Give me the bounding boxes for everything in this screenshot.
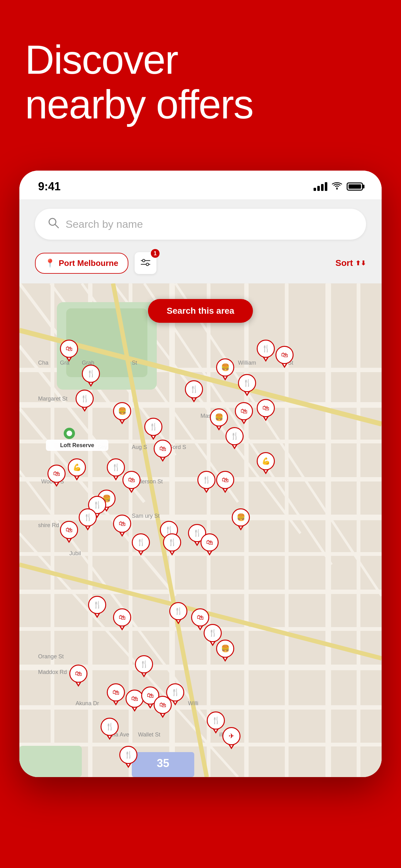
map-pin[interactable]: 🛍 <box>235 402 253 424</box>
pin-body: 🛍 <box>47 465 66 483</box>
battery-icon <box>347 183 363 191</box>
signal-bar-1 <box>313 188 316 191</box>
cutlery-icon: 🍴 <box>165 526 173 534</box>
map-area[interactable]: 35 Cha Gra Grah St William St Margaret S… <box>20 283 381 777</box>
svg-text:Jubil: Jubil <box>69 550 81 556</box>
shopping-bag-icon: 🛍 <box>281 351 288 359</box>
sort-label: Sort <box>335 258 353 268</box>
map-pin[interactable]: ✈ <box>222 727 240 749</box>
svg-text:Willi: Willi <box>188 700 198 707</box>
map-pin[interactable]: 🛍 <box>257 399 275 421</box>
sort-arrow-icon: ⬆⬇ <box>356 259 366 267</box>
svg-text:shire Rd: shire Rd <box>38 522 59 528</box>
map-pin[interactable]: 🛍 <box>201 533 219 556</box>
pin-body: 🍔 <box>232 508 250 526</box>
map-pin[interactable]: 🛍 <box>216 471 234 493</box>
map-pin[interactable]: 🍴 <box>169 602 188 624</box>
pin-body: 🍴 <box>204 624 222 642</box>
location-chip[interactable]: 📍 Port Melbourne <box>35 253 128 274</box>
map-pin[interactable]: 🍴 <box>119 746 137 768</box>
pin-body: 🍴 <box>207 711 225 730</box>
map-pin[interactable]: 🍴 <box>79 508 97 531</box>
map-pin[interactable]: 🍴 <box>82 365 100 387</box>
map-pin[interactable]: 🛍 <box>69 664 88 687</box>
map-pin[interactable]: 🍴 <box>257 340 275 362</box>
pin-body: 🛍 <box>60 521 78 539</box>
svg-text:35: 35 <box>157 757 169 770</box>
map-pin[interactable]: 🛍 <box>60 340 78 362</box>
svg-text:Orange St: Orange St <box>38 653 64 660</box>
airplane-icon: ✈ <box>229 732 234 740</box>
signal-bar-2 <box>317 186 320 191</box>
map-pin[interactable]: 🍔 <box>113 402 131 424</box>
pin-body: 🍴 <box>238 374 256 392</box>
map-pin[interactable]: 🛍 <box>154 440 172 462</box>
map-pin[interactable]: 🛍 <box>60 521 78 543</box>
map-pin[interactable]: 🍴 <box>132 533 150 556</box>
search-bar[interactable]: Search by name <box>35 209 366 240</box>
map-pin[interactable]: 🍴 <box>144 418 162 440</box>
pin-body: 🍔 <box>113 402 131 420</box>
status-bar: 9:41 <box>20 170 381 199</box>
map-pin[interactable]: 🍔 <box>216 359 234 380</box>
map-pin[interactable]: 🍴 <box>185 380 203 402</box>
cutlery-icon: 🍴 <box>231 432 239 440</box>
svg-rect-23 <box>207 283 210 777</box>
cutlery-icon: 🍴 <box>84 514 92 522</box>
cutlery-icon: 🍴 <box>202 476 211 484</box>
sort-button[interactable]: Sort ⬆⬇ <box>335 258 366 268</box>
svg-text:Akuna Dr: Akuna Dr <box>75 700 99 707</box>
map-pin[interactable]: 🛍 <box>47 465 66 487</box>
svg-point-69 <box>67 431 72 436</box>
filter-button[interactable]: 1 <box>135 252 157 274</box>
svg-text:Loft Reserve: Loft Reserve <box>60 442 94 448</box>
map-pin[interactable]: 🍴 <box>75 390 94 412</box>
svg-text:William: William <box>238 360 256 366</box>
status-time: 9:41 <box>38 180 61 193</box>
map-pin[interactable]: 🍴 <box>163 533 181 556</box>
map-pin[interactable]: 🍴 <box>226 427 244 449</box>
search-this-area-button[interactable]: Search this area <box>148 299 253 323</box>
shopping-bag-icon: 🛍 <box>159 445 166 453</box>
pin-body: 🛍 <box>235 402 253 420</box>
pin-body: 🍴 <box>75 390 94 408</box>
svg-rect-27 <box>357 283 360 777</box>
filter-left: 📍 Port Melbourne 1 <box>35 252 157 274</box>
map-pin[interactable]: 🍴 <box>238 374 256 396</box>
map-pin[interactable]: 🍴 <box>135 655 153 677</box>
cutlery-icon: 🍴 <box>149 423 158 431</box>
map-pin[interactable]: 🛍 <box>113 515 131 537</box>
map-pin[interactable]: 🍴 <box>197 471 215 493</box>
map-pin[interactable]: 💪 <box>257 452 275 474</box>
pin-body: 🛍 <box>275 346 294 364</box>
map-pin[interactable]: 💪 <box>68 458 86 480</box>
burger-icon: 🍔 <box>221 645 230 653</box>
shopping-bag-icon: 🛍 <box>147 691 154 700</box>
cutlery-icon: 🍴 <box>171 688 179 696</box>
svg-text:Ford S: Ford S <box>169 444 186 450</box>
map-pin[interactable]: 🛍 <box>113 608 131 630</box>
filter-badge: 1 <box>151 249 160 258</box>
map-pin[interactable]: 🛍 <box>107 683 125 706</box>
svg-rect-26 <box>326 283 331 777</box>
pin-body: 🍴 <box>163 533 181 552</box>
map-pin[interactable]: 🍔 <box>232 508 250 531</box>
svg-point-4 <box>142 259 145 262</box>
cutlery-icon: 🍴 <box>243 379 252 387</box>
map-pin[interactable]: 🛍 <box>123 471 140 493</box>
map-pin[interactable]: 🍴 <box>88 596 106 618</box>
map-pin[interactable]: 🍴 <box>101 718 119 740</box>
pin-body: 🍴 <box>88 596 106 614</box>
shopping-bag-icon: 🛍 <box>128 476 135 484</box>
cutlery-icon: 🍴 <box>209 629 217 637</box>
svg-rect-40 <box>20 746 82 777</box>
shopping-bag-icon: 🛍 <box>119 520 126 528</box>
pin-body: 🛍 <box>107 683 125 702</box>
map-pin[interactable]: 🛍 <box>275 346 294 368</box>
map-pin[interactable]: 🍔 <box>216 640 234 662</box>
burger-icon: 🍔 <box>118 407 127 415</box>
signal-bars-icon <box>313 182 327 191</box>
cutlery-icon: 🍴 <box>106 723 114 731</box>
location-label: Port Melbourne <box>59 258 119 268</box>
shopping-bag-icon: 🛍 <box>119 613 126 621</box>
